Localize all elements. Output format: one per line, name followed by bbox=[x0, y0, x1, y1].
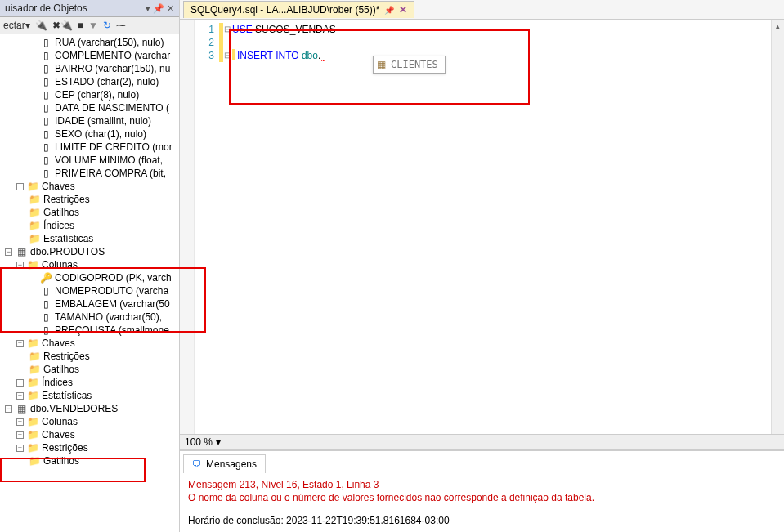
column-icon: ▯ bbox=[39, 76, 52, 87]
folder-icon: 📁 bbox=[26, 181, 39, 192]
column-item[interactable]: ▯PREÇOLISTA (smallmone bbox=[0, 324, 179, 337]
zoom-dropdown-icon[interactable]: ▾ bbox=[216, 436, 221, 448]
pin-icon[interactable]: 📌 bbox=[384, 6, 394, 15]
close-icon[interactable]: ✕ bbox=[167, 3, 174, 14]
expander-icon[interactable]: + bbox=[16, 392, 24, 400]
zoom-value: 100 % bbox=[185, 436, 213, 448]
disconnect-icon[interactable]: ✖🔌 bbox=[52, 20, 73, 31]
table-item[interactable]: −▦dbo.PRODUTOS bbox=[0, 245, 179, 258]
filter-icon[interactable]: ▼ bbox=[88, 20, 98, 31]
column-icon: ▯ bbox=[39, 128, 52, 140]
column-icon: ▯ bbox=[39, 311, 52, 323]
object-explorer-panel: uisador de Objetos ▾ 📌 ✕ ectar ▾ 🔌 ✖🔌 ■ … bbox=[0, 0, 180, 532]
column-icon: ▯ bbox=[39, 324, 52, 336]
folder-item[interactable]: 📁Gatilhos bbox=[0, 206, 179, 219]
column-item[interactable]: ▯LIMITE DE CREDITO (mor bbox=[0, 141, 179, 154]
folder-icon: 📁 bbox=[26, 377, 39, 388]
scroll-up-icon[interactable]: ▴ bbox=[772, 20, 784, 33]
expander-icon[interactable]: − bbox=[5, 248, 12, 256]
column-item[interactable]: ▯RUA (varchar(150), nulo) bbox=[0, 36, 179, 49]
folder-icon: 📁 bbox=[28, 194, 41, 205]
column-icon: ▯ bbox=[39, 89, 52, 101]
zoom-bar: 100 % ▾ bbox=[180, 434, 784, 450]
column-item[interactable]: ▯ESTADO (char(2), nulo) bbox=[0, 75, 179, 88]
expander-icon[interactable]: + bbox=[16, 340, 24, 347]
editor-area: SQLQuery4.sql - LA...ALIBJUD\rober (55))… bbox=[180, 0, 784, 532]
expander-icon[interactable]: + bbox=[16, 183, 24, 190]
pin-icon[interactable]: 📌 bbox=[153, 3, 164, 14]
column-item[interactable]: ▯SEXO (char(1), nulo) bbox=[0, 127, 179, 141]
key-icon: 🔑 bbox=[39, 272, 52, 284]
folder-item[interactable]: 📁Gatilhos bbox=[0, 454, 179, 467]
column-item[interactable]: ▯EMBALAGEM (varchar(50 bbox=[0, 297, 179, 311]
table-icon: ▦ bbox=[377, 58, 386, 71]
folder-icon: 📁 bbox=[28, 351, 41, 362]
column-icon: ▯ bbox=[39, 298, 52, 310]
column-item[interactable]: ▯NOMEPRODUTO (varcha bbox=[0, 284, 179, 297]
messages-body[interactable]: Mensagem 213, Nível 16, Estado 1, Linha … bbox=[180, 473, 784, 532]
column-item[interactable]: ▯TAMANHO (varchar(50), bbox=[0, 311, 179, 324]
code-body[interactable]: ⊟USE SUCOS_VENDAS ⊟INSERT INTO dbo.˷ ▦ C… bbox=[219, 20, 784, 434]
refresh-icon[interactable]: ↻ bbox=[103, 20, 111, 31]
folder-item[interactable]: +📁Colunas bbox=[0, 415, 179, 428]
line-numbers: 123 bbox=[195, 20, 219, 434]
table-item[interactable]: −▦dbo.VENDEDORES bbox=[0, 402, 179, 415]
folder-item[interactable]: +📁Chaves bbox=[0, 180, 179, 193]
column-icon: ▯ bbox=[39, 37, 52, 48]
folder-icon: 📁 bbox=[26, 338, 39, 349]
column-icon: ▯ bbox=[39, 50, 52, 61]
vertical-scrollbar[interactable]: ▴ bbox=[771, 20, 784, 434]
folder-icon: 📁 bbox=[28, 207, 41, 218]
fold-icon[interactable]: ⊟ bbox=[222, 23, 232, 36]
expander-icon[interactable]: − bbox=[5, 405, 12, 413]
connect-button[interactable]: ectar ▾ bbox=[3, 20, 30, 31]
column-item[interactable]: ▯CEP (char(8), nulo) bbox=[0, 88, 179, 101]
error-message-line: Mensagem 213, Nível 16, Estado 1, Linha … bbox=[188, 478, 776, 491]
intellisense-popup[interactable]: ▦ CLIENTES bbox=[373, 56, 446, 74]
column-icon: ▯ bbox=[39, 285, 52, 297]
column-item[interactable]: ▯VOLUME MINIMO (float, bbox=[0, 154, 179, 167]
folder-icon: 📁 bbox=[26, 429, 39, 440]
folder-icon: 📁 bbox=[28, 364, 41, 375]
column-item[interactable]: ▯COMPLEMENTO (varchar bbox=[0, 49, 179, 62]
dropdown-icon[interactable]: ▾ bbox=[146, 3, 150, 14]
intellisense-suggestion[interactable]: CLIENTES bbox=[391, 58, 438, 71]
folder-item[interactable]: −📁Colunas bbox=[0, 258, 179, 271]
folder-item[interactable]: +📁Estatísticas bbox=[0, 389, 179, 402]
close-icon[interactable]: ✕ bbox=[399, 4, 407, 16]
expander-icon[interactable]: + bbox=[16, 445, 24, 452]
column-icon: ▯ bbox=[39, 141, 52, 153]
activity-icon[interactable]: ⁓ bbox=[116, 20, 126, 31]
column-item[interactable]: ▯BAIRRO (varchar(150), nu bbox=[0, 62, 179, 75]
fold-icon[interactable]: ⊟ bbox=[222, 49, 232, 62]
expander-icon[interactable]: + bbox=[16, 431, 24, 439]
folder-item[interactable]: +📁Índices bbox=[0, 376, 179, 389]
connect-icon[interactable]: 🔌 bbox=[35, 20, 47, 31]
folder-item[interactable]: 📁Restrições bbox=[0, 193, 179, 206]
table-icon: ▦ bbox=[15, 403, 28, 414]
stop-icon[interactable]: ■ bbox=[78, 20, 83, 31]
code-editor[interactable]: 123 ⊟USE SUCOS_VENDAS ⊟INSERT INTO dbo.˷… bbox=[180, 20, 784, 434]
column-item[interactable]: ▯DATA DE NASCIMENTO ( bbox=[0, 101, 179, 114]
sql-tab[interactable]: SQLQuery4.sql - LA...ALIBJUD\rober (55))… bbox=[183, 1, 414, 18]
expander-icon[interactable]: + bbox=[16, 418, 24, 426]
folder-item[interactable]: 📁Estatísticas bbox=[0, 232, 179, 245]
folder-item[interactable]: 📁Gatilhos bbox=[0, 363, 179, 376]
column-item[interactable]: 🔑CODIGOPROD (PK, varch bbox=[0, 271, 179, 284]
folder-item[interactable]: +📁Chaves bbox=[0, 428, 179, 441]
folder-icon: 📁 bbox=[26, 390, 39, 401]
object-explorer-toolbar: ectar ▾ 🔌 ✖🔌 ■ ▼ ↻ ⁓ bbox=[0, 17, 179, 34]
column-icon: ▯ bbox=[39, 154, 52, 166]
column-item[interactable]: ▯PRIMEIRA COMPRA (bit, bbox=[0, 167, 179, 180]
messages-tab[interactable]: 🗨 Mensagens bbox=[183, 454, 266, 473]
expander-icon[interactable]: + bbox=[16, 379, 24, 387]
folder-item[interactable]: 📁Restrições bbox=[0, 350, 179, 363]
folder-item[interactable]: +📁Chaves bbox=[0, 337, 179, 350]
folder-item[interactable]: 📁Índices bbox=[0, 219, 179, 232]
gutter bbox=[180, 20, 195, 434]
column-item[interactable]: ▯IDADE (smallint, nulo) bbox=[0, 114, 179, 127]
expander-icon[interactable]: − bbox=[16, 262, 24, 269]
object-explorer-tree[interactable]: ▯RUA (varchar(150), nulo) ▯COMPLEMENTO (… bbox=[0, 34, 179, 532]
folder-icon: 📁 bbox=[26, 416, 39, 427]
folder-item[interactable]: +📁Restrições bbox=[0, 441, 179, 454]
